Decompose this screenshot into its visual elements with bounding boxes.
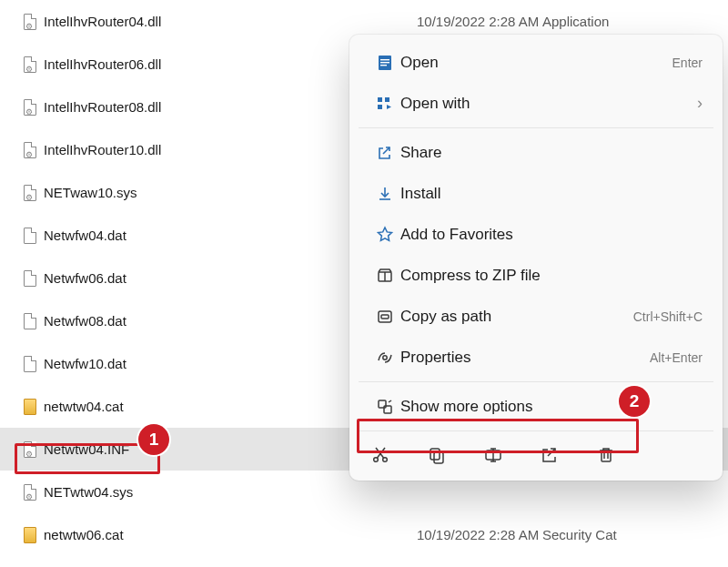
share-action-icon[interactable] xyxy=(539,444,561,466)
star-icon xyxy=(369,226,400,244)
file-name: Netwtw04.INF xyxy=(42,441,360,457)
menu-properties-label: Properties xyxy=(400,349,650,367)
menu-zip[interactable]: Compress to ZIP file xyxy=(349,255,723,296)
menu-copy-path-accel: Ctrl+Shift+C xyxy=(633,309,703,324)
svg-rect-3 xyxy=(380,65,387,66)
file-name: IntelIhvRouter08.dll xyxy=(42,99,360,115)
file-name: NETwtw04.sys xyxy=(42,484,360,500)
file-name: IntelIhvRouter10.dll xyxy=(42,142,360,157)
notepad-icon xyxy=(369,54,400,72)
delete-icon[interactable] xyxy=(595,444,617,466)
file-icon xyxy=(18,185,42,201)
file-icon xyxy=(18,142,42,158)
callout-badge-2: 2 xyxy=(619,386,650,417)
file-name: Netwfw04.dat xyxy=(42,228,360,243)
chevron-right-icon: › xyxy=(697,94,703,113)
svg-rect-1 xyxy=(380,59,389,60)
file-name: netwtw04.cat xyxy=(42,399,360,414)
menu-open-with-label: Open with xyxy=(400,95,697,113)
file-date: 10/19/2022 2:28 AM xyxy=(360,527,542,542)
menu-separator xyxy=(359,430,713,431)
file-name: Netwfw10.dat xyxy=(42,356,360,371)
file-name: Netwfw08.dat xyxy=(42,313,360,329)
zip-icon xyxy=(369,267,400,285)
install-icon xyxy=(369,185,400,203)
menu-action-bar xyxy=(349,435,723,473)
file-icon xyxy=(18,527,42,543)
copy-icon[interactable] xyxy=(426,444,448,466)
menu-share[interactable]: Share xyxy=(349,132,723,173)
file-type: Application xyxy=(542,14,728,29)
open-with-icon xyxy=(369,95,400,113)
file-icon xyxy=(18,399,42,415)
svg-point-10 xyxy=(383,355,387,359)
menu-open-with[interactable]: Open with › xyxy=(349,83,723,124)
svg-point-14 xyxy=(383,458,388,462)
file-icon xyxy=(18,56,42,73)
file-icon xyxy=(18,441,42,458)
file-name: IntelIhvRouter06.dll xyxy=(42,56,360,72)
file-icon xyxy=(18,484,42,501)
menu-zip-label: Compress to ZIP file xyxy=(400,267,703,285)
menu-properties-accel: Alt+Enter xyxy=(650,350,703,365)
menu-open-accel: Enter xyxy=(672,56,703,70)
menu-install-label: Install xyxy=(400,185,703,203)
svg-rect-18 xyxy=(602,451,611,461)
cut-icon[interactable] xyxy=(369,444,391,466)
context-menu: Open Enter Open with › Share Install Add… xyxy=(349,35,723,481)
file-icon xyxy=(18,228,42,244)
file-name: Netwfw06.dat xyxy=(42,270,360,286)
menu-separator xyxy=(359,381,713,382)
svg-rect-4 xyxy=(378,97,382,102)
file-icon xyxy=(18,313,42,329)
menu-open[interactable]: Open Enter xyxy=(349,42,723,83)
share-icon xyxy=(369,144,400,162)
menu-show-more-label: Show more options xyxy=(400,398,703,416)
menu-show-more[interactable]: Show more options xyxy=(349,386,723,427)
file-name: IntelIhvRouter04.dll xyxy=(42,14,360,29)
file-name: netwtw06.cat xyxy=(42,527,360,542)
svg-rect-8 xyxy=(379,311,391,322)
menu-separator xyxy=(359,127,713,128)
rename-icon[interactable] xyxy=(482,444,504,466)
menu-install[interactable]: Install xyxy=(349,173,723,214)
menu-favorites-label: Add to Favorites xyxy=(400,226,703,244)
svg-rect-6 xyxy=(385,97,389,102)
file-date: 10/19/2022 2:28 AM xyxy=(360,14,542,29)
more-options-icon xyxy=(369,398,400,416)
callout-badge-1: 1 xyxy=(138,424,169,455)
menu-favorites[interactable]: Add to Favorites xyxy=(349,214,723,255)
file-icon xyxy=(18,270,42,287)
menu-open-label: Open xyxy=(400,54,672,72)
copy-path-icon xyxy=(369,308,400,326)
svg-rect-2 xyxy=(380,62,389,63)
file-icon xyxy=(18,99,42,116)
svg-rect-15 xyxy=(430,449,440,460)
menu-share-label: Share xyxy=(400,144,703,162)
svg-rect-5 xyxy=(378,105,382,109)
svg-rect-16 xyxy=(434,452,443,463)
svg-point-13 xyxy=(374,458,379,462)
file-icon xyxy=(18,356,42,372)
file-icon xyxy=(18,14,42,30)
file-name: NETwaw10.sys xyxy=(42,185,360,200)
file-row[interactable]: netwtw06.cat10/19/2022 2:28 AMSecurity C… xyxy=(0,513,728,556)
menu-copy-path[interactable]: Copy as path Ctrl+Shift+C xyxy=(349,296,723,337)
properties-icon xyxy=(369,349,400,367)
file-type: Security Cat xyxy=(542,527,728,542)
menu-copy-path-label: Copy as path xyxy=(400,308,633,326)
svg-rect-9 xyxy=(381,315,389,319)
menu-properties[interactable]: Properties Alt+Enter xyxy=(349,337,723,378)
